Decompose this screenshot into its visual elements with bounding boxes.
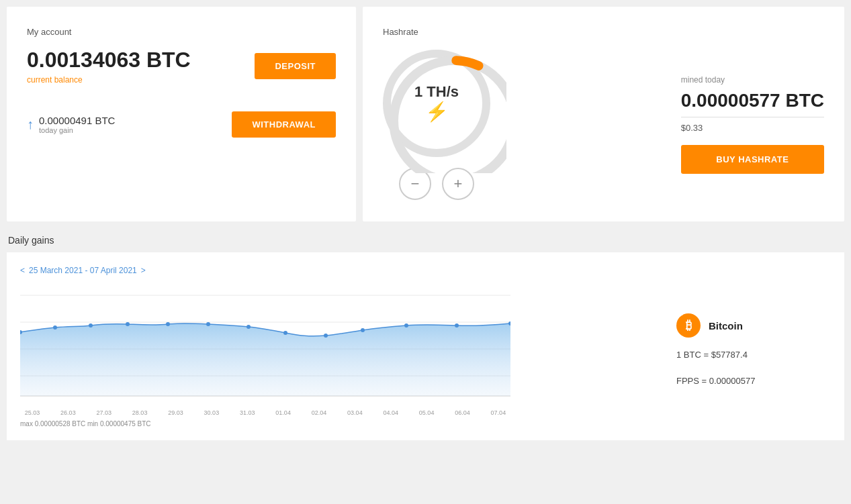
gauge-area: 1 TH/s ⚡ − + bbox=[383, 50, 490, 200]
bitcoin-info: ₿ Bitcoin 1 BTC = $57787.4 FPPS = 0.0000… bbox=[656, 266, 831, 434]
svg-point-8 bbox=[53, 325, 57, 330]
mined-today-label: mined today bbox=[681, 75, 824, 85]
svg-point-13 bbox=[247, 325, 251, 329]
date-next-arrow[interactable]: > bbox=[141, 266, 146, 275]
x-axis-label: 26.03 bbox=[56, 409, 80, 416]
svg-point-12 bbox=[206, 322, 210, 326]
svg-point-14 bbox=[283, 331, 287, 335]
svg-point-18 bbox=[455, 323, 459, 327]
x-axis-label: 06.04 bbox=[451, 409, 475, 416]
deposit-button[interactable]: DEPOSIT bbox=[255, 53, 336, 79]
fpps-rate: FPPS = 0.00000577 bbox=[676, 376, 831, 386]
today-gain-amount: 0.00000491 BTC bbox=[39, 115, 115, 126]
bitcoin-icon: ₿ bbox=[676, 313, 701, 338]
lightning-icon: ⚡ bbox=[425, 101, 449, 123]
x-axis-label: 01.04 bbox=[271, 409, 296, 416]
balance-label: current balance bbox=[27, 75, 191, 85]
x-axis-label: 05.04 bbox=[414, 409, 439, 416]
bitcoin-name: Bitcoin bbox=[709, 320, 743, 332]
x-axis-label: 30.03 bbox=[199, 409, 224, 416]
svg-point-16 bbox=[361, 328, 365, 332]
x-axis-labels: 25.0326.0327.0328.0329.0330.0331.0301.04… bbox=[20, 409, 510, 416]
svg-point-0 bbox=[394, 60, 506, 173]
withdrawal-button[interactable]: WITHDRAWAL bbox=[232, 111, 336, 138]
svg-point-9 bbox=[89, 323, 93, 327]
date-prev-arrow[interactable]: < bbox=[20, 266, 25, 275]
chart-container bbox=[20, 282, 510, 403]
my-account-title: My account bbox=[27, 27, 336, 37]
x-axis-label: 25.03 bbox=[20, 409, 44, 416]
chart-stats: max 0.00000528 BTC min 0.00000475 BTC bbox=[20, 420, 656, 427]
x-axis-label: 02.04 bbox=[307, 409, 331, 416]
svg-point-11 bbox=[166, 322, 170, 326]
x-axis-label: 04.04 bbox=[379, 409, 403, 416]
x-axis-label: 28.03 bbox=[128, 409, 152, 416]
chart-area: < 25 March 2021 - 07 April 2021 > bbox=[20, 266, 656, 434]
hashrate-title: Hashrate bbox=[383, 27, 824, 37]
x-axis-label: 03.04 bbox=[343, 409, 367, 416]
gauge-circle: 1 TH/s ⚡ bbox=[383, 50, 490, 157]
mined-usd: $0.33 bbox=[681, 123, 824, 133]
daily-gains-title: Daily gains bbox=[7, 235, 844, 246]
buy-hashrate-button[interactable]: BUY HASHRATE bbox=[681, 145, 824, 174]
svg-point-15 bbox=[324, 334, 328, 338]
bitcoin-rate: 1 BTC = $57787.4 bbox=[676, 350, 831, 360]
my-account-panel: My account 0.00134063 BTC current balanc… bbox=[7, 7, 356, 221]
svg-point-10 bbox=[126, 322, 130, 326]
x-axis-label: 29.03 bbox=[164, 409, 188, 416]
x-axis-label: 27.03 bbox=[92, 409, 116, 416]
mined-info: mined today 0.00000577 BTC $0.33 BUY HAS… bbox=[681, 75, 824, 174]
date-range: < 25 March 2021 - 07 April 2021 > bbox=[20, 266, 656, 275]
daily-gains-section: Daily gains < 25 March 2021 - 07 April 2… bbox=[0, 228, 851, 440]
balance-amount: 0.00134063 BTC bbox=[27, 48, 191, 72]
date-range-text: 25 March 2021 - 07 April 2021 bbox=[29, 266, 137, 275]
hashrate-value: 1 TH/s bbox=[414, 83, 459, 101]
svg-point-17 bbox=[404, 323, 408, 327]
today-gain-label: today gain bbox=[39, 126, 115, 134]
hashrate-panel: Hashrate 1 TH/s ⚡ − + mined to bbox=[363, 7, 844, 221]
x-axis-label: 07.04 bbox=[486, 409, 510, 416]
mined-amount: 0.00000577 BTC bbox=[681, 90, 824, 117]
up-arrow-icon: ↑ bbox=[27, 117, 34, 132]
x-axis-label: 31.03 bbox=[235, 409, 259, 416]
